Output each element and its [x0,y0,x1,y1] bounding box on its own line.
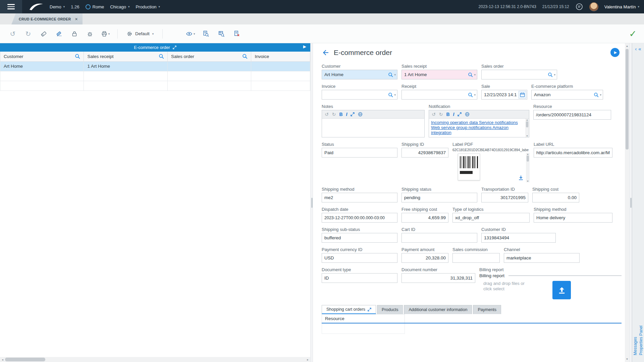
channel-input[interactable] [504,253,580,263]
bold-icon[interactable]: B [446,112,449,117]
delivery-method-input[interactable] [534,213,612,223]
grid-run-icon[interactable]: ▶ [303,44,306,49]
scroll-up-icon[interactable]: ▲ [626,43,629,49]
tab-shopping-cart-orders[interactable]: Shopping cart orders [322,305,376,314]
debug-button[interactable] [84,28,96,40]
redo-icon[interactable]: ↻ [332,112,336,117]
customer-id-input[interactable] [481,233,556,243]
notification-scrollbar[interactable]: ▲▼ [525,119,529,137]
messages-panel-toggle[interactable]: Messages [633,325,638,355]
messages-bubble-icon[interactable] [575,3,583,11]
cell-sales-order[interactable] [167,61,251,71]
preview-button[interactable]: ▾ [184,28,196,40]
grid-row-empty[interactable] [0,81,310,90]
payment-currency-input[interactable] [322,253,397,263]
cart-id-input[interactable] [401,233,477,243]
dispatch-date-input[interactable] [322,213,397,223]
cell-invoice[interactable] [251,61,310,71]
cell-customer[interactable]: Art Home [0,61,84,71]
document-type-input[interactable] [322,273,397,283]
platform-input[interactable] [531,90,603,100]
user-menu[interactable]: Valentina Martín ▾ [604,4,639,9]
grid-horizontal-scrollbar[interactable]: ◂ ▸ [0,357,310,362]
tab-payments[interactable]: Payments [473,305,501,314]
calendar-button[interactable] [519,91,526,99]
shipping-id-input[interactable] [401,148,448,158]
clear-filters-button[interactable] [53,28,65,40]
scroll-down-icon[interactable]: ▼ [626,356,629,362]
collapse-double-left-icon[interactable]: « [638,46,641,52]
platform-lookup[interactable]: ▾ [594,92,601,97]
download-icon[interactable] [518,175,524,182]
grid-row-empty[interactable] [0,71,310,81]
column-header-customer[interactable]: Customer [0,52,84,61]
logistics-type-input[interactable] [452,213,530,223]
shipping-status-input[interactable] [401,193,477,202]
org-menu[interactable]: Rome [86,4,104,9]
notes-editor-body[interactable] [322,119,424,137]
undo-button[interactable]: ↺ [7,28,19,40]
receipt-lookup[interactable]: ▾ [468,92,476,97]
status-input[interactable] [322,148,397,158]
redo-icon[interactable]: ↻ [439,112,443,117]
free-shipping-cost-input[interactable] [401,213,448,223]
form-vertical-scrollbar[interactable]: ▲ ▼ [625,43,629,362]
cell-sales-receipt[interactable]: 1 Art Home [84,61,167,71]
expand-icon[interactable] [458,112,462,116]
column-header-sales-receipt[interactable]: Sales receipt [84,52,167,61]
invoice-lookup[interactable]: ▾ [388,92,396,97]
redo-button[interactable]: ↻ [22,28,34,40]
inspect-document-button[interactable] [200,28,212,40]
customer-lookup[interactable]: ▾ [388,72,396,77]
lock-button[interactable] [68,28,80,40]
close-icon[interactable]: × [75,16,78,22]
shipping-substatus-input[interactable] [322,233,397,243]
search-icon[interactable] [159,54,164,59]
label-pdf-preview[interactable] [458,154,480,180]
sales-commission-input[interactable] [452,253,500,263]
shipping-cost-input[interactable] [532,193,579,202]
column-header-invoice[interactable]: Invoice [251,52,310,61]
customer-input[interactable] [322,70,397,79]
inspect-grid-button[interactable] [215,28,227,40]
layout-profile-selector[interactable]: Default ▾ [124,29,156,38]
expand-icon[interactable] [351,112,355,116]
sales-receipt-lookup[interactable]: ▾ [468,72,476,77]
mode-menu[interactable]: Production ▾ [136,4,160,9]
tab-additional-customer-information[interactable]: Additional customer information [404,305,472,314]
resource-input[interactable] [533,110,611,120]
billing-dropzone[interactable]: drag and drop files or click select [483,281,534,292]
notification-link[interactable]: Web service group notifications Amazon i… [431,125,508,135]
italic-icon[interactable]: I [346,112,347,117]
label-pdf-scrollbar[interactable]: ▲▼ [526,153,530,182]
properties-splitter[interactable] [629,43,632,362]
transportation-id-input[interactable] [481,193,528,202]
grid-row-selected[interactable]: Art Home 1 Art Home [0,61,310,71]
globe-icon[interactable] [465,112,470,117]
search-icon[interactable] [75,54,80,59]
document-number-input[interactable] [401,273,475,283]
expand-icon[interactable] [173,46,176,49]
label-url-input[interactable] [534,148,612,158]
discard-document-button[interactable] [230,28,243,40]
scrollbar-thumb[interactable] [5,358,45,361]
form-run-button[interactable]: ▶ [610,48,620,57]
confirm-button[interactable]: ✓ [629,28,637,39]
sales-receipt-input[interactable] [401,70,477,79]
scroll-right-icon[interactable]: ▸ [305,358,310,361]
upload-button[interactable] [552,281,571,299]
tab-products[interactable]: Products [377,305,403,314]
eraser-button[interactable] [38,28,50,40]
scrollbar-thumb[interactable] [626,49,629,149]
receipt-input[interactable] [401,90,477,100]
undo-icon[interactable]: ↺ [432,112,436,117]
bold-icon[interactable]: B [339,112,342,117]
print-button[interactable]: ▾ [99,28,111,40]
back-button[interactable] [322,49,330,57]
notification-link[interactable]: Incoming operation data Service notifica… [431,120,518,125]
shipping-method-input[interactable] [322,193,397,202]
hamburger-menu-icon[interactable] [0,0,22,13]
expand-icon[interactable] [368,308,371,311]
properties-panel-toggle[interactable]: Properties Panel [639,325,643,355]
tab-crud-ecommerce-order[interactable]: CRUD E-COMMERCE ORDER × [11,13,83,24]
